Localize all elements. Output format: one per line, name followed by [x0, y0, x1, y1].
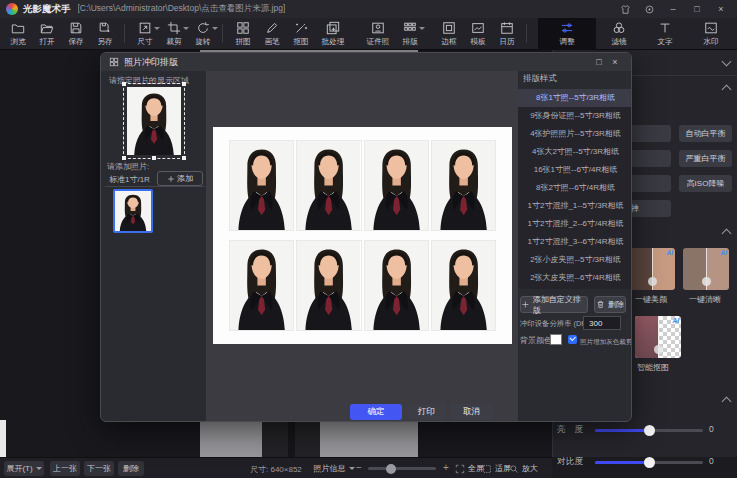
ai-clarity-thumbnail[interactable]: AI — [683, 248, 729, 290]
toolbar-cutout[interactable]: 抠图 — [286, 18, 315, 49]
delete-layout-button[interactable]: 删除 — [594, 296, 626, 313]
toolbar-save-as[interactable]: 另存 — [90, 18, 119, 49]
marquee-handle[interactable] — [182, 82, 186, 86]
magnify-button[interactable]: 放大 — [509, 461, 538, 476]
toolbar-id-photo[interactable]: 证件照 — [360, 18, 395, 49]
ai-clarity-label: 一键清晰 — [689, 294, 721, 305]
toolbar-template[interactable]: 模板 — [463, 18, 492, 49]
zoom-slider[interactable] — [368, 467, 436, 470]
toolbar-calendar[interactable]: 日历 — [492, 18, 521, 49]
dialog-close-button[interactable]: × — [607, 56, 623, 69]
dpi-input[interactable]: 300 — [583, 316, 621, 330]
contrast-slider[interactable] — [595, 461, 703, 464]
portrait-image — [297, 241, 360, 330]
bg-color-swatch[interactable] — [550, 334, 562, 345]
tab-watermark[interactable]: 水印 — [688, 18, 734, 50]
layout-style-option[interactable]: 4张护照照片--5寸/3R相纸 — [518, 125, 632, 143]
layout-style-option[interactable]: 9张身份证照--5寸/3R相纸 — [518, 107, 632, 125]
fullscreen-button[interactable]: 全屏 — [455, 461, 484, 476]
tab-text[interactable]: 文字 — [642, 18, 688, 50]
maximize-button[interactable]: □ — [687, 2, 707, 16]
layout-style-option[interactable]: 1寸2寸混排_1--5寸/3R相纸 — [518, 197, 632, 215]
theme-skin-button[interactable] — [615, 2, 635, 16]
zoom-slider-knob[interactable] — [386, 464, 396, 474]
chevron-up-icon[interactable] — [722, 229, 732, 239]
dropdown-caret-icon[interactable] — [419, 27, 425, 30]
cancel-button[interactable]: 取消 — [450, 404, 493, 420]
print-button[interactable]: 打印 — [407, 404, 446, 420]
fit-screen-button[interactable]: 适屏 — [482, 461, 511, 476]
dialog-maximize-button[interactable]: □ — [591, 56, 607, 69]
calendar-icon — [500, 21, 514, 35]
marquee-handle[interactable] — [182, 156, 186, 160]
layout-style-option[interactable]: 2张小皮夹照--5寸/3R相纸 — [518, 251, 632, 269]
toolbar-rotate[interactable]: 旋转 — [188, 18, 217, 49]
marquee-handle[interactable] — [152, 156, 156, 160]
tab-adjust[interactable]: 调整 — [538, 18, 596, 50]
ok-button[interactable]: 确定 — [350, 404, 402, 420]
toolbar-browse[interactable]: 浏览 — [3, 18, 32, 49]
photo-crop-marquee[interactable] — [123, 83, 185, 159]
magnify-icon — [509, 464, 519, 474]
toolbar-brush[interactable]: 画笔 — [257, 18, 286, 49]
close-button[interactable]: × — [711, 2, 731, 16]
toolbar-rotate-label: 旋转 — [195, 36, 210, 46]
compare-knob-icon[interactable] — [702, 277, 711, 286]
settings-button[interactable] — [639, 2, 659, 16]
dialog-titlebar: 照片冲印排版 □ × — [101, 53, 631, 71]
toolbar-crop[interactable]: 裁剪 — [159, 18, 188, 49]
layout-style-option[interactable]: 2张大皮夹照--6寸/4R相纸 — [518, 269, 632, 287]
toolbar-print-layout[interactable]: 排版 — [395, 18, 424, 49]
zoom-in-button[interactable]: + — [443, 462, 449, 473]
portrait-image — [127, 87, 181, 155]
add-photo-button[interactable]: 添加 — [157, 171, 203, 186]
toolbar-collage[interactable]: 拼图 — [228, 18, 257, 49]
delete-photo-button[interactable]: 删除 — [118, 461, 144, 476]
photo-info-button[interactable]: 照片信息 — [312, 461, 356, 476]
severe-white-balance-button[interactable]: 严重白平衡 — [679, 150, 732, 167]
toolbar-save-label: 保存 — [68, 36, 83, 46]
marquee-handle[interactable] — [122, 82, 126, 86]
tab-filter[interactable]: 滤镜 — [596, 18, 642, 50]
chevron-up-icon[interactable] — [722, 85, 732, 95]
slider-knob[interactable] — [644, 457, 655, 468]
main-toolbar: 浏览 打开 保存 另存 尺寸 裁剪 旋转 拼图 画笔 抠图 批处理 证件照 排版… — [0, 18, 737, 50]
add-custom-layout-button[interactable]: 添加自定义排版 — [520, 296, 588, 313]
next-photo-button[interactable]: 下一张 — [84, 461, 114, 476]
layout-style-option[interactable]: 8张2寸照--6寸/4R相纸 — [518, 179, 632, 197]
dropdown-caret-icon[interactable] — [212, 27, 218, 30]
toolbar-resize[interactable]: 尺寸 — [130, 18, 159, 49]
auto-white-balance-button[interactable]: 自动白平衡 — [679, 125, 732, 142]
brightness-slider[interactable] — [595, 429, 703, 432]
layout-style-option[interactable]: 16张1寸照--6寸/4R相纸 — [518, 161, 632, 179]
prev-photo-button[interactable]: 上一张 — [50, 461, 80, 476]
source-photo-preview — [127, 87, 181, 155]
crop-line-checkbox[interactable] — [568, 335, 577, 344]
toolbar-batch[interactable]: 批处理 — [315, 18, 350, 49]
chevron-down-icon[interactable] — [722, 57, 732, 67]
high-iso-denoise-button[interactable]: 高ISO降噪 — [679, 175, 732, 192]
compare-knob-icon[interactable] — [654, 345, 663, 354]
toolbar-save[interactable]: 保存 — [61, 18, 90, 49]
ai-cutout-thumbnail[interactable]: AI — [635, 316, 681, 358]
layout-style-option[interactable]: 1寸2寸混排_3--6寸/4R相纸 — [518, 233, 632, 251]
minimize-button[interactable]: – — [663, 2, 683, 16]
expand-filmstrip-button[interactable]: 展开(T) — [4, 461, 44, 476]
compare-knob-icon[interactable] — [648, 277, 657, 286]
layout-style-option[interactable]: 4张大2寸照--5寸/3R相纸 — [518, 143, 632, 161]
queued-photo-thumbnail[interactable] — [113, 189, 153, 233]
layout-style-option[interactable]: 8张1寸照--5寸/3R相纸 — [518, 89, 632, 107]
ai-beautify-thumbnail[interactable]: AI — [629, 248, 675, 290]
layout-style-option[interactable]: 1寸2寸混排_2--6寸/4R相纸 — [518, 215, 632, 233]
toolbar-brush-label: 画笔 — [264, 36, 279, 46]
chevron-up-icon[interactable] — [722, 397, 732, 407]
toolbar-separator — [124, 24, 125, 43]
printed-photo-cell — [365, 141, 428, 230]
portrait-image — [365, 241, 428, 330]
slider-knob[interactable] — [644, 425, 655, 436]
size-tab[interactable]: 标准1寸/1R — [109, 174, 150, 185]
marquee-handle[interactable] — [122, 156, 126, 160]
toolbar-border[interactable]: 边框 — [434, 18, 463, 49]
toolbar-open[interactable]: 打开 — [32, 18, 61, 49]
zoom-out-button[interactable]: − — [356, 462, 362, 473]
